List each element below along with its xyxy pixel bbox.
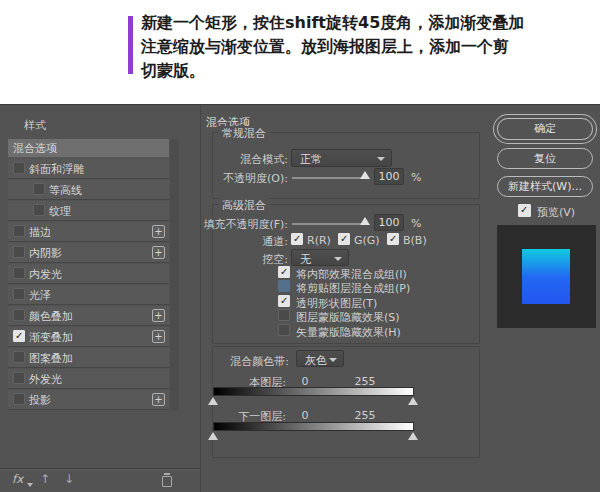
arrow-up-icon[interactable]: ↑ <box>40 472 50 486</box>
layer-style-dialog: 样式 混合选项 斜面和浮雕 等高线 纹理 描边 + 内阴影 + 内发光 <box>0 104 600 492</box>
contour-checkbox[interactable] <box>33 183 45 195</box>
channels-label: 通道: <box>190 234 288 249</box>
knockout-label: 挖空: <box>190 252 288 267</box>
advanced-blending-legend: 高级混合 <box>218 198 270 213</box>
channel-b-checkbox[interactable] <box>387 233 399 245</box>
general-blending-legend: 常规混合 <box>218 126 270 141</box>
blend-clipped-layers-label: 将剪贴图层混合成组(P) <box>296 281 410 296</box>
satin-checkbox[interactable] <box>13 288 25 300</box>
sidebar-item-pattern-overlay[interactable]: 图案叠加 <box>8 348 169 368</box>
fill-opacity-input[interactable]: 100 <box>374 214 404 231</box>
preview-label: 预览(V) <box>537 205 575 220</box>
fill-opacity-label: 填充不透明度(F): <box>190 217 288 232</box>
stroke-checkbox[interactable] <box>13 225 25 237</box>
outer-glow-checkbox[interactable] <box>13 372 25 384</box>
drop-shadow-checkbox[interactable] <box>13 393 25 405</box>
fill-opacity-slider-track[interactable] <box>292 223 362 225</box>
sidebar-item-label: 光泽 <box>29 288 51 303</box>
this-layer-white-slider[interactable] <box>408 397 418 405</box>
sidebar-item-label: 内阴影 <box>29 246 62 261</box>
blend-interior-effects-label: 将内部效果混合成组(I) <box>296 267 407 282</box>
sidebar-item-inner-shadow[interactable]: 内阴影 + <box>8 243 169 263</box>
channel-g-checkbox[interactable] <box>338 233 350 245</box>
gradient-preview-square <box>522 249 570 304</box>
sidebar-item-stroke[interactable]: 描边 + <box>8 222 169 242</box>
underlying-layer-min: 0 <box>295 409 315 422</box>
pattern-overlay-checkbox[interactable] <box>13 351 25 363</box>
fx-icon[interactable]: fx <box>12 472 23 486</box>
sidebar-item-label: 图案叠加 <box>29 351 73 366</box>
sidebar-scrollbar[interactable] <box>170 139 179 411</box>
sidebar-item-inner-glow[interactable]: 内发光 <box>8 264 169 284</box>
sidebar-item-label: 外发光 <box>29 372 62 387</box>
channel-r-label: R(R) <box>307 234 331 247</box>
ok-button[interactable]: 确定 <box>497 118 593 140</box>
this-layer-gradient-bar <box>213 387 414 396</box>
preview-checkbox[interactable] <box>518 204 531 217</box>
sidebar-item-label: 渐变叠加 <box>29 330 73 345</box>
knockout-value: 无 <box>300 252 311 267</box>
bevel-emboss-checkbox[interactable] <box>13 162 25 174</box>
plus-icon[interactable]: + <box>152 309 165 322</box>
channel-b-label: B(B) <box>403 234 427 247</box>
this-layer-black-slider[interactable] <box>208 397 218 405</box>
opacity-slider-handle[interactable] <box>360 171 370 179</box>
sidebar-footer-divider <box>0 468 200 469</box>
underlying-layer-black-slider[interactable] <box>208 432 218 440</box>
blend-if-label: 混合颜色带: <box>200 354 289 369</box>
sidebar-item-label: 纹理 <box>49 204 71 219</box>
opacity-input[interactable]: 100 <box>374 168 404 185</box>
transparency-shapes-layer-checkbox[interactable] <box>278 295 290 307</box>
plus-icon[interactable]: + <box>152 330 165 343</box>
inner-shadow-checkbox[interactable] <box>13 246 25 258</box>
plus-icon[interactable]: + <box>152 246 165 259</box>
inner-glow-checkbox[interactable] <box>13 267 25 279</box>
new-style-button[interactable]: 新建样式(W)... <box>497 176 593 197</box>
sidebar-item-satin[interactable]: 光泽 <box>8 285 169 305</box>
gradient-overlay-checkbox[interactable] <box>13 330 25 342</box>
chevron-down-icon <box>334 257 342 261</box>
sidebar-item-texture[interactable]: 纹理 <box>8 201 169 221</box>
sidebar-item-blending-options[interactable]: 混合选项 <box>8 139 169 158</box>
sidebar-item-label: 等高线 <box>49 183 82 198</box>
fill-opacity-slider-handle[interactable] <box>360 217 370 225</box>
blend-clipped-layers-checkbox[interactable] <box>278 280 290 292</box>
knockout-dropdown[interactable]: 无 <box>291 249 349 266</box>
trash-icon[interactable] <box>162 476 172 487</box>
channel-r-checkbox[interactable] <box>291 233 303 245</box>
blend-if-dropdown[interactable]: 灰色 <box>296 350 344 367</box>
accent-bar <box>128 16 133 74</box>
sidebar-item-outer-glow[interactable]: 外发光 <box>8 369 169 389</box>
blend-mode-label: 混合模式: <box>190 152 288 167</box>
plus-icon[interactable]: + <box>152 393 165 406</box>
blend-interior-effects-checkbox[interactable] <box>278 266 290 278</box>
layer-mask-hides-effects-label: 图层蒙版隐藏效果(S) <box>296 310 400 325</box>
sidebar-item-bevel-emboss[interactable]: 斜面和浮雕 <box>8 159 169 179</box>
sidebar-item-gradient-overlay[interactable]: 渐变叠加 + <box>8 327 169 347</box>
arrow-down-icon[interactable]: ↓ <box>64 472 74 486</box>
sidebar-item-label: 内发光 <box>29 267 62 282</box>
color-overlay-checkbox[interactable] <box>13 309 25 321</box>
opacity-slider-track[interactable] <box>292 177 362 179</box>
chevron-down-icon <box>377 157 385 161</box>
sidebar-item-label: 描边 <box>29 225 51 240</box>
vector-mask-hides-effects-label: 矢量蒙版隐藏效果(H) <box>296 325 401 340</box>
fill-opacity-unit: % <box>411 217 421 230</box>
blend-mode-dropdown[interactable]: 正常 <box>291 149 392 167</box>
opacity-unit: % <box>411 171 421 184</box>
chevron-down-icon <box>329 358 337 362</box>
sidebar-item-drop-shadow[interactable]: 投影 + <box>8 390 169 410</box>
texture-checkbox[interactable] <box>33 204 45 216</box>
vector-mask-hides-effects-checkbox[interactable] <box>278 324 290 336</box>
reset-button[interactable]: 复位 <box>497 148 593 169</box>
sidebar-item-contour[interactable]: 等高线 <box>8 180 169 200</box>
underlying-layer-white-slider[interactable] <box>408 432 418 440</box>
underlying-layer-max: 255 <box>350 409 380 422</box>
underlying-layer-gradient-bar <box>213 422 414 431</box>
plus-icon[interactable]: + <box>152 225 165 238</box>
sidebar-item-label: 斜面和浮雕 <box>29 162 84 177</box>
instruction-line: 注意缩放与渐变位置。放到海报图层上，添加一个剪 <box>141 35 591 59</box>
transparency-shapes-layer-label: 透明形状图层(T) <box>296 296 377 311</box>
layer-mask-hides-effects-checkbox[interactable] <box>278 309 290 321</box>
sidebar-item-color-overlay[interactable]: 颜色叠加 + <box>8 306 169 326</box>
